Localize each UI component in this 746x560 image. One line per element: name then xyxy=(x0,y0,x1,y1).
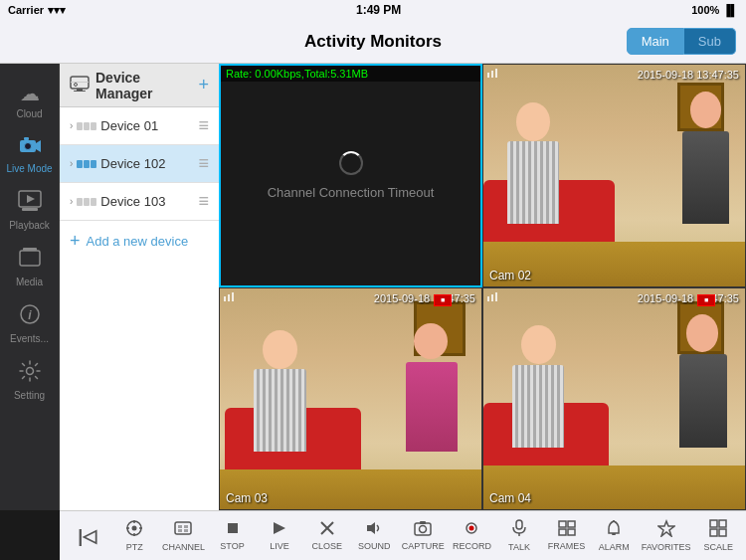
stop-label: STOP xyxy=(220,541,244,551)
svg-marker-2 xyxy=(36,140,41,152)
frames-label: FRAMES xyxy=(548,541,586,551)
toolbar-stop-button[interactable]: STOP xyxy=(213,520,253,551)
toolbar-favorites-button[interactable]: FAVORITES xyxy=(642,519,691,552)
sidebar-item-playback[interactable]: Playback xyxy=(0,182,59,239)
add-device-label: Add a new device xyxy=(87,234,189,249)
ptz-icon xyxy=(125,519,143,541)
person1-04 xyxy=(509,325,567,447)
header: Activity Monitors Main Sub xyxy=(0,20,746,64)
status-left: Carrier ▾▾▾ xyxy=(8,4,66,17)
stop-icon xyxy=(225,520,241,540)
media-icon xyxy=(18,247,42,274)
toolbar-live-button[interactable]: LIVE xyxy=(260,520,299,551)
toolbar-ptz-button[interactable]: PTZ xyxy=(114,519,154,552)
device-item-102[interactable]: › Device 102 ≡ xyxy=(60,145,219,183)
exit-sign-03: ■ xyxy=(434,294,452,306)
live-icon xyxy=(271,520,288,540)
video-timestamp-04: 2015-09-18 13:47:35 xyxy=(638,292,739,304)
status-right: 100% ▐▌ xyxy=(691,4,738,16)
toolbar-scale-button[interactable]: SCALE xyxy=(698,519,738,552)
toolbar-alarm-button[interactable]: ALARM xyxy=(594,519,634,552)
svg-point-18 xyxy=(132,526,137,531)
svg-rect-24 xyxy=(178,525,182,528)
device-name-102: Device 102 xyxy=(100,156,198,171)
add-device-row[interactable]: + Add a new device xyxy=(60,221,219,262)
video-cam-label-02: Cam 02 xyxy=(489,269,531,282)
capture-icon xyxy=(414,520,432,540)
svg-rect-26 xyxy=(178,529,182,532)
favorites-label: FAVORITES xyxy=(642,542,691,552)
sidebar-item-events[interactable]: i Events... xyxy=(0,295,59,352)
svg-marker-46 xyxy=(658,521,674,536)
alarm-label: ALARM xyxy=(599,542,630,552)
svg-rect-25 xyxy=(184,525,188,528)
video-timestamp-03: 2015-09-18 13:47:35 xyxy=(374,292,475,304)
video-cell-01[interactable]: Rate: 0.00Kbps,Total:5.31MB Channel Conn… xyxy=(219,64,482,287)
device-name-103: Device 103 xyxy=(100,194,198,209)
alarm-icon xyxy=(606,519,622,541)
scale-label: SCALE xyxy=(703,542,733,552)
device-expand-102: › xyxy=(70,158,73,169)
ptz-label: PTZ xyxy=(126,542,143,552)
video-cell-03[interactable]: 2015-09-18 13:47:35 Cam 03 ■ xyxy=(219,287,482,511)
device-expand-103: › xyxy=(70,196,73,207)
main-view-button[interactable]: Main xyxy=(627,28,684,55)
back-icon: |◁ xyxy=(78,525,96,547)
sidebar-item-setting[interactable]: Setting xyxy=(0,352,59,409)
toolbar-capture-button[interactable]: CAPTURE xyxy=(402,520,445,551)
video-cell-04[interactable]: 2015-09-18 13:47:35 Cam 04 ■ xyxy=(482,287,746,511)
close-icon xyxy=(319,520,335,540)
sidebar-item-live-mode[interactable]: Live Mode xyxy=(0,127,59,182)
device-status-102 xyxy=(77,160,96,168)
talk-icon xyxy=(511,519,527,541)
svg-rect-13 xyxy=(77,89,83,91)
toolbar-frames-button[interactable]: FRAMES xyxy=(547,520,587,551)
toolbar-talk-button[interactable]: TALK xyxy=(499,519,539,552)
device-menu-01[interactable]: ≡ xyxy=(198,115,209,136)
capture-label: CAPTURE xyxy=(402,541,445,551)
sub-view-button[interactable]: Sub xyxy=(684,28,736,55)
toolbar-back-button[interactable]: |◁ xyxy=(68,525,107,547)
device-item-01[interactable]: › Device 01 ≡ xyxy=(60,107,219,145)
svg-rect-35 xyxy=(420,521,426,524)
status-dot xyxy=(84,122,90,130)
svg-point-34 xyxy=(420,526,427,533)
sidebar-label-setting: Setting xyxy=(14,390,45,401)
add-device-icon: + xyxy=(70,231,81,252)
frames-icon xyxy=(558,520,576,540)
toolbar-record-button[interactable]: RECORD xyxy=(452,520,491,551)
camera-icon xyxy=(18,135,42,160)
video-timestamp-02: 2015-09-18 13:47:35 xyxy=(638,69,739,81)
sidebar-label-playback: Playback xyxy=(9,220,50,231)
video-cell-02[interactable]: 2015-09-18 13:47:35 Cam 02 xyxy=(482,64,746,287)
sound-label: SOUND xyxy=(358,541,391,551)
status-dot xyxy=(91,122,96,130)
svg-point-16 xyxy=(75,83,78,86)
toolbar-close-button[interactable]: CLOSE xyxy=(307,520,347,551)
device-panel-add-button[interactable]: + xyxy=(198,75,209,95)
svg-rect-48 xyxy=(719,520,726,527)
svg-rect-23 xyxy=(175,522,191,534)
toolbar-channel-button[interactable]: CHANNEL xyxy=(162,519,205,552)
device-panel-header: Device Manager + xyxy=(60,64,219,107)
sidebar-item-media[interactable]: Media xyxy=(0,239,59,295)
signal-bars-04 xyxy=(487,292,497,301)
svg-point-45 xyxy=(613,520,615,522)
status-dot xyxy=(91,198,96,206)
gear-icon xyxy=(19,360,41,387)
live-label: LIVE xyxy=(270,541,289,551)
device-menu-103[interactable]: ≡ xyxy=(198,191,209,212)
toolbar-sound-button[interactable]: SOUND xyxy=(354,520,394,551)
exit-sign-04: ■ xyxy=(697,294,715,306)
svg-rect-27 xyxy=(184,529,188,532)
svg-point-37 xyxy=(469,526,474,531)
video-cam-label-03: Cam 03 xyxy=(226,491,268,505)
device-menu-102[interactable]: ≡ xyxy=(198,153,209,174)
status-dot xyxy=(77,122,83,130)
device-item-103[interactable]: › Device 103 ≡ xyxy=(60,183,219,221)
favorites-icon xyxy=(657,519,675,541)
header-title: Activity Monitors xyxy=(304,32,442,52)
signal-bars-03 xyxy=(224,292,234,301)
sidebar-item-cloud[interactable]: ☁ Cloud xyxy=(0,74,59,127)
timeout-text: Channel Connection Timeout xyxy=(268,185,435,200)
